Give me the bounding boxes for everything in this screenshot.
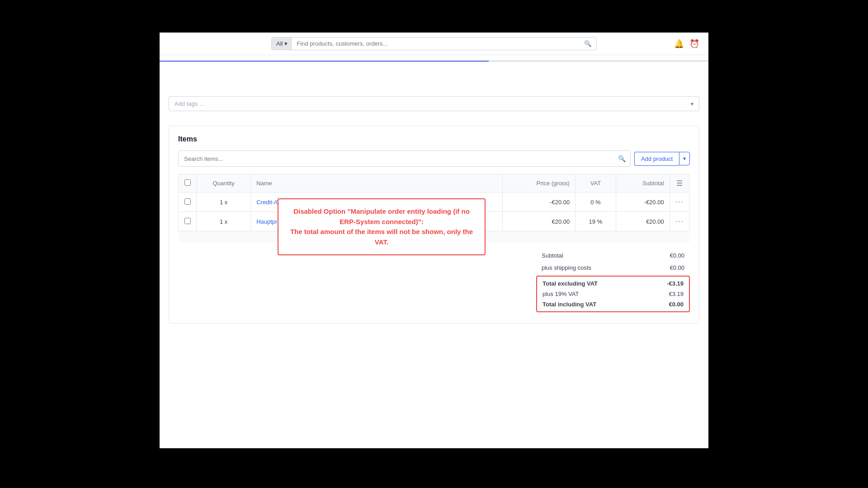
row-subtotal: €20.00 xyxy=(616,212,670,231)
search-chevron-icon: ▾ xyxy=(284,40,288,47)
tags-placeholder: Add tags ... xyxy=(175,100,204,107)
items-toolbar: 🔍 Add product ▾ xyxy=(178,150,690,167)
add-product-group: Add product ▾ xyxy=(634,152,690,166)
name-header: Name xyxy=(251,174,503,192)
total-excl-vat-section: Total excluding VAT -€3.19 plus 19% VAT … xyxy=(536,276,690,312)
total-incl-vat-value: €0.00 xyxy=(669,301,684,308)
total-excl-vat-row: Total excluding VAT -€3.19 xyxy=(542,280,684,287)
row-checkbox[interactable] xyxy=(184,198,191,205)
vat-value: €3.19 xyxy=(669,291,684,297)
global-search-bar: All ▾ 🔍 xyxy=(271,37,597,50)
row-checkbox-cell xyxy=(179,192,197,212)
notifications-icon[interactable]: 🔔 xyxy=(674,39,684,49)
tags-chevron-icon: ▾ xyxy=(691,101,693,107)
warning-text: Disabled Option "Manipulate order entity… xyxy=(288,206,476,247)
quantity-header: Quantity xyxy=(197,174,251,192)
tags-section: Add tags ... ▾ xyxy=(169,89,699,118)
row-checkbox-cell xyxy=(179,212,197,231)
row-quantity: 1 x xyxy=(197,192,251,212)
row-actions-cell: ··· xyxy=(670,192,689,212)
row-subtotal: -€20.00 xyxy=(616,192,670,212)
warning-overlay: Disabled Option "Manipulate order entity… xyxy=(278,198,486,255)
items-table-header: Quantity Name Price (gross) VAT Subtotal… xyxy=(179,174,690,192)
total-incl-vat-label: Total including VAT xyxy=(542,301,596,308)
search-input[interactable] xyxy=(292,38,580,50)
row-checkbox[interactable] xyxy=(184,218,191,224)
top-bar-icons: 🔔 ⏰ xyxy=(674,39,699,49)
add-product-dropdown-button[interactable]: ▾ xyxy=(679,152,690,165)
items-search-bar: 🔍 xyxy=(178,150,631,167)
warning-line1: Disabled Option "Manipulate order entity… xyxy=(293,207,470,225)
page-content: Add tags ... ▾ Items 🔍 Add product ▾ xyxy=(160,89,708,342)
shipping-value: €0.00 xyxy=(670,264,684,271)
checkbox-header xyxy=(179,174,197,192)
row-quantity: 1 x xyxy=(197,212,251,231)
row-vat: 0 % xyxy=(576,192,616,212)
warning-line2: The total amount of the items will not b… xyxy=(290,228,473,246)
row-price: -€20.00 xyxy=(502,192,576,212)
add-product-button[interactable]: Add product xyxy=(634,152,679,166)
items-section: Items 🔍 Add product ▾ xyxy=(169,126,699,324)
totals-section: Subtotal €0.00 plus shipping costs €0.00 xyxy=(178,249,690,314)
items-section-title: Items xyxy=(178,135,690,143)
vat-label: plus 19% VAT xyxy=(542,291,579,297)
column-settings-icon[interactable]: ☰ xyxy=(676,179,683,187)
total-excl-vat-value: -€3.19 xyxy=(667,280,684,287)
top-bar: All ▾ 🔍 🔔 ⏰ xyxy=(160,33,708,55)
subtotal-header: Subtotal xyxy=(616,174,670,192)
totals-table: Subtotal €0.00 plus shipping costs €0.00 xyxy=(536,249,690,314)
search-submit-button[interactable]: 🔍 xyxy=(580,38,596,50)
row-actions-button[interactable]: ··· xyxy=(675,217,684,225)
total-excl-vat-label: Total excluding VAT xyxy=(542,280,598,287)
items-search-input[interactable] xyxy=(179,152,613,165)
row-price: €20.00 xyxy=(502,212,576,231)
subtotal-value: €0.00 xyxy=(670,252,684,259)
row-actions-button[interactable]: ··· xyxy=(675,198,684,206)
row-actions-cell: ··· xyxy=(670,212,689,231)
search-filter-button[interactable]: All ▾ xyxy=(272,38,292,50)
items-search-icon: 🔍 xyxy=(613,152,630,165)
search-all-label: All xyxy=(276,40,283,47)
shipping-row: plus shipping costs €0.00 xyxy=(536,262,690,274)
vat-row: plus 19% VAT €3.19 xyxy=(542,291,684,297)
clock-icon[interactable]: ⏰ xyxy=(689,39,699,49)
subtotal-label: Subtotal xyxy=(542,252,563,259)
subtotal-row: Subtotal €0.00 xyxy=(536,249,690,262)
select-all-checkbox[interactable] xyxy=(184,179,191,186)
shipping-label: plus shipping costs xyxy=(542,264,591,271)
tags-input[interactable]: Add tags ... ▾ xyxy=(169,96,699,111)
col-settings[interactable]: ☰ xyxy=(670,174,689,192)
price-header: Price (gross) xyxy=(502,174,576,192)
vat-header: VAT xyxy=(576,174,616,192)
total-incl-vat-row: Total including VAT €0.00 xyxy=(542,301,684,308)
row-vat: 19 % xyxy=(576,212,616,231)
progress-fill xyxy=(160,61,489,62)
progress-bar xyxy=(160,61,708,62)
